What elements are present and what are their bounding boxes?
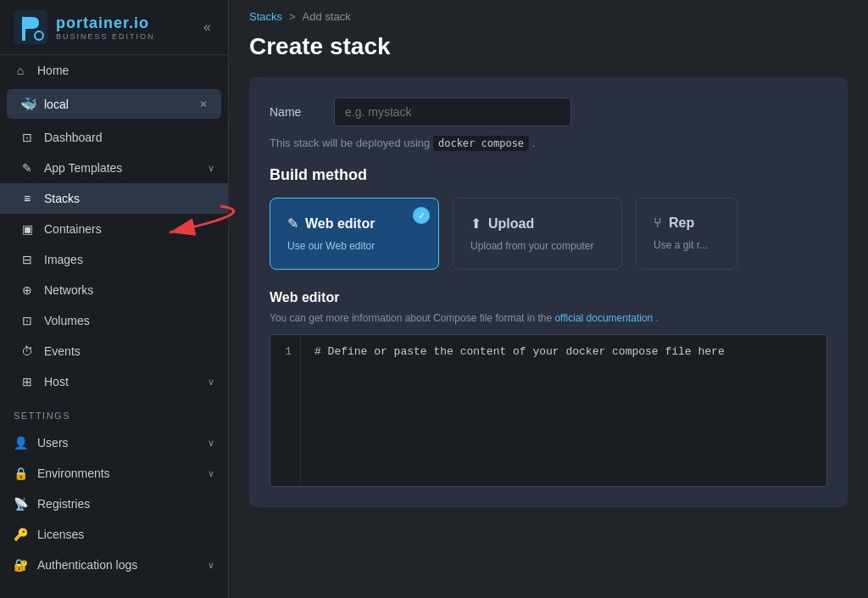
method-card-web-editor[interactable]: ✎ Web editor Use our Web editor ✓: [270, 198, 439, 270]
sidebar-header: portainer.io BUSINESS EDITION «: [0, 0, 228, 55]
active-check-badge: ✓: [413, 207, 430, 224]
sidebar-item-stacks[interactable]: ≡ Stacks: [0, 183, 228, 214]
networks-icon: ⊕: [20, 283, 34, 297]
logo-area: portainer.io BUSINESS EDITION: [14, 10, 155, 44]
chevron-down-icon: ∨: [208, 438, 214, 449]
official-documentation-link[interactable]: official documentation: [554, 312, 653, 324]
images-icon: ⊟: [20, 253, 34, 266]
sidebar-item-label: Dashboard: [44, 131, 214, 144]
name-label: Name: [270, 105, 320, 119]
sidebar-item-host[interactable]: ⊞ Host ∨: [0, 366, 228, 397]
volumes-icon: ⊡: [20, 314, 34, 327]
chevron-down-icon: ∨: [208, 468, 214, 479]
local-env-bar[interactable]: 🐳 local ✕: [7, 89, 221, 119]
portainer-logo-icon: [14, 10, 47, 44]
upload-icon: ⬆: [470, 215, 481, 232]
repository-icon: ⑂: [654, 215, 662, 231]
method-description: Use a git r...: [654, 239, 720, 251]
sidebar-item-label: Users: [37, 436, 198, 450]
hint-suffix: .: [532, 137, 536, 149]
chevron-down-icon: ∨: [208, 560, 214, 571]
sidebar-item-app-templates[interactable]: ✎ App Templates ∨: [0, 153, 228, 183]
editor-hint-prefix: You can get more information about Compo…: [270, 312, 552, 324]
dashboard-icon: ⊡: [20, 131, 34, 144]
editor-hint-suffix: .: [656, 312, 659, 324]
method-title: Rep: [669, 215, 694, 231]
build-method-title: Build method: [270, 166, 827, 184]
sidebar-collapse-button[interactable]: «: [200, 16, 214, 38]
name-input[interactable]: [334, 98, 571, 126]
breadcrumb-separator: >: [289, 10, 296, 23]
deploy-hint: This stack will be deployed using docker…: [270, 137, 827, 149]
sidebar-item-images[interactable]: ⊟ Images: [0, 244, 228, 275]
svg-rect-1: [22, 34, 25, 41]
page-title: Create stack: [229, 30, 868, 77]
logo-text: portainer.io BUSINESS EDITION: [56, 14, 155, 41]
code-content[interactable]: # Define or paste the content of your do…: [301, 335, 826, 486]
home-icon: ⌂: [14, 64, 27, 77]
breadcrumb-parent[interactable]: Stacks: [249, 10, 282, 23]
sidebar-item-label: Authentication logs: [37, 558, 198, 572]
sidebar-item-auth-logs[interactable]: 🔐 Authentication logs ∨: [0, 550, 228, 580]
sidebar-item-label: Containers: [44, 222, 214, 236]
docker-icon: 🐳: [20, 96, 37, 112]
build-methods-container: ✎ Web editor Use our Web editor ✓ ⬆ Uplo…: [270, 198, 827, 270]
line-number: 1: [279, 345, 292, 358]
editor-section-title: Web editor: [270, 290, 827, 305]
logo-name: portainer.io: [56, 14, 155, 32]
sidebar-item-label: Registries: [37, 497, 214, 511]
method-card-repository[interactable]: ⑂ Rep Use a git r...: [636, 198, 737, 270]
hint-code: docker compose: [433, 136, 529, 151]
environments-icon: 🔒: [14, 467, 27, 480]
stacks-icon: ≡: [20, 192, 34, 205]
breadcrumb: Stacks > Add stack: [229, 0, 868, 30]
hint-prefix: This stack will be deployed using: [270, 137, 430, 149]
host-icon: ⊞: [20, 375, 34, 388]
sidebar-item-label: Networks: [44, 283, 214, 297]
web-editor-icon: ✎: [287, 215, 298, 232]
name-form-row: Name: [270, 98, 827, 126]
containers-icon: ▣: [20, 222, 34, 236]
main-content: Stacks > Add stack Create stack Name Thi…: [229, 0, 868, 598]
sidebar-item-label: Home: [37, 64, 214, 77]
sidebar-item-registries[interactable]: 📡 Registries: [0, 489, 228, 519]
events-icon: ⏱: [20, 344, 34, 358]
registries-icon: 📡: [14, 497, 27, 511]
sidebar-item-home[interactable]: ⌂ Home: [0, 55, 228, 86]
method-card-header: ✎ Web editor: [287, 215, 421, 232]
sidebar-item-label: Environments: [37, 467, 198, 480]
method-title: Upload: [488, 216, 534, 232]
sidebar-item-networks[interactable]: ⊕ Networks: [0, 275, 228, 305]
sidebar-item-events[interactable]: ⏱ Events: [0, 336, 228, 366]
method-card-upload[interactable]: ⬆ Upload Upload from your computer: [453, 198, 622, 270]
sidebar-item-label: Events: [44, 344, 214, 358]
sidebar-item-label: Licenses: [37, 528, 214, 541]
sidebar-item-label: Images: [44, 253, 214, 266]
settings-section-label: Settings: [0, 397, 228, 428]
sidebar: portainer.io BUSINESS EDITION « ⌂ Home 🐳…: [0, 0, 229, 598]
content-card: Name This stack will be deployed using d…: [249, 77, 848, 507]
chevron-down-icon: ∨: [208, 163, 214, 174]
sidebar-item-label: Volumes: [44, 314, 214, 327]
sidebar-item-label: Stacks: [44, 192, 214, 205]
users-icon: 👤: [14, 436, 27, 450]
app-templates-icon: ✎: [20, 161, 34, 175]
sidebar-item-licenses[interactable]: 🔑 Licenses: [0, 519, 228, 550]
line-numbers: 1: [270, 335, 301, 486]
method-card-header: ⑂ Rep: [654, 215, 720, 231]
chevron-down-icon: ∨: [208, 377, 214, 388]
method-card-header: ⬆ Upload: [470, 215, 604, 232]
sidebar-item-volumes[interactable]: ⊡ Volumes: [0, 305, 228, 336]
method-description: Upload from your computer: [470, 240, 604, 252]
local-env-close-button[interactable]: ✕: [199, 98, 208, 110]
local-env-label: local: [44, 98, 192, 111]
licenses-icon: 🔑: [14, 528, 27, 541]
sidebar-item-environments[interactable]: 🔒 Environments ∨: [0, 458, 228, 489]
sidebar-item-containers[interactable]: ▣ Containers: [0, 214, 228, 244]
code-editor[interactable]: 1 # Define or paste the content of your …: [270, 334, 827, 487]
sidebar-item-dashboard[interactable]: ⊡ Dashboard: [0, 122, 228, 153]
sidebar-item-label: Host: [44, 375, 198, 388]
logo-edition: BUSINESS EDITION: [56, 32, 155, 41]
editor-hint: You can get more information about Compo…: [270, 312, 827, 324]
sidebar-item-users[interactable]: 👤 Users ∨: [0, 428, 228, 458]
